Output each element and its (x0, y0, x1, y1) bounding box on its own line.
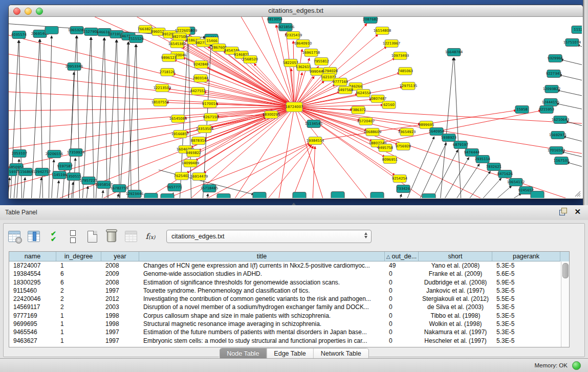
table-cell[interactable]: 0 (385, 337, 419, 345)
graph-node[interactable]: 17359924 (67, 149, 85, 157)
table-row[interactable]: 1872400712008Changes of HCN gene express… (9, 261, 569, 270)
graph-node[interactable]: 9254254 (392, 175, 407, 183)
graph-node[interactable]: 15718485 (201, 185, 219, 192)
table-cell[interactable]: 0 (385, 270, 419, 278)
graph-node[interactable]: 19218506 (277, 24, 295, 31)
table-cell[interactable]: 1 (56, 312, 101, 320)
graph-node[interactable]: 10654112 (507, 179, 525, 186)
table-cell[interactable]: 5.3E-5 (492, 320, 560, 328)
graph-node[interactable] (161, 194, 174, 199)
table-cell[interactable]: 1 (56, 320, 101, 328)
docked-panel-edge[interactable] (583, 0, 588, 205)
graph-node[interactable]: 12213503 (154, 84, 171, 92)
graph-node[interactable]: 12444155 (542, 99, 560, 106)
graph-node[interactable]: 2935114 (475, 156, 490, 163)
memory-status-icon[interactable] (572, 361, 581, 370)
table-cell[interactable]: 18724007 (9, 261, 56, 270)
delete-column-icon[interactable] (105, 230, 118, 243)
table-cell[interactable]: 1998 (101, 320, 139, 328)
new-column-icon[interactable] (85, 230, 99, 243)
table-cell[interactable]: Stergiakouli et al. (2012) (419, 295, 492, 303)
graph-node[interactable] (293, 192, 306, 199)
graph-node[interactable]: 9657771 (167, 184, 182, 191)
graph-node[interactable]: 733426 (397, 185, 410, 193)
table-cell[interactable]: Wolkin et al. (1998) (419, 320, 492, 328)
graph-node[interactable]: 3915931 (9, 168, 18, 176)
graph-node[interactable]: 12325419 (285, 32, 302, 39)
graph-node[interactable] (531, 191, 544, 199)
graph-node[interactable]: 62160 (382, 101, 396, 109)
table-cell[interactable]: 0 (385, 278, 419, 287)
graph-node[interactable]: 15134545 (305, 120, 323, 128)
graph-node[interactable]: 18640910 (294, 40, 312, 48)
table-cell[interactable]: 0 (385, 303, 419, 311)
table-cell[interactable]: 1 (56, 328, 101, 336)
tab-edge-table[interactable]: Edge Table (267, 348, 313, 359)
table-cell[interactable]: 49 (385, 261, 419, 270)
graph-node[interactable] (144, 193, 158, 199)
table-cell[interactable]: Estimation of significance thresholds fo… (139, 278, 385, 287)
graph-node[interactable]: 8096951 (382, 156, 398, 164)
table-row[interactable]: 1938455462009Genome-wide association stu… (9, 270, 569, 278)
tab-node-table[interactable]: Node Table (220, 348, 267, 359)
graph-node[interactable]: 2568520 (243, 56, 258, 63)
vertical-scrollbar[interactable] (561, 261, 569, 347)
resize-grip-icon[interactable] (575, 191, 580, 196)
graph-node[interactable]: 10973493 (391, 52, 409, 60)
table-row[interactable]: 969969511998Structural magnetic resonanc… (9, 320, 569, 328)
graph-node[interactable]: 15692971 (549, 132, 567, 139)
table-row[interactable]: 977716911998Corpus callosum shape and si… (9, 312, 569, 320)
graph-node[interactable]: 9197587 (57, 163, 73, 170)
table-cell[interactable]: 5.3E-5 (492, 337, 560, 345)
graph-node[interactable]: 15720407 (357, 118, 375, 125)
graph-node[interactable]: 20953346 (66, 63, 83, 71)
graph-node[interactable]: 8878314 (191, 137, 206, 145)
graph-node[interactable]: 16545083 (169, 115, 187, 123)
graph-node[interactable]: 12093822 (543, 85, 561, 93)
table-cell[interactable]: 6 (56, 278, 101, 287)
table-cell[interactable]: 1998 (101, 312, 139, 320)
graph-node[interactable]: 16545382 (168, 40, 186, 48)
table-cell[interactable]: Hescheler et al. (1997) (419, 337, 492, 345)
table-cell[interactable]: 9115460 (9, 287, 56, 295)
graph-node[interactable]: 18300295 (263, 111, 280, 119)
table-cell[interactable]: 18300295 (9, 278, 56, 287)
table-cell[interactable]: 6 (56, 270, 101, 278)
table-cell[interactable]: Genome-wide association studies in ADHD. (139, 270, 385, 278)
table-row[interactable]: 2242004622012Investigating the contribut… (9, 295, 569, 303)
graph-node[interactable]: 7515526 (128, 35, 144, 43)
table-cell[interactable]: 2 (56, 303, 101, 311)
table-row[interactable]: 1830029562008Estimation of significance … (9, 278, 569, 287)
table-cell[interactable]: 5.3E-5 (492, 312, 560, 320)
graph-node[interactable]: 8471626 (497, 170, 513, 178)
graph-node[interactable]: 9329966 (548, 55, 563, 62)
table-cell[interactable]: 1997 (101, 337, 139, 345)
table-cell[interactable]: 0 (385, 320, 419, 328)
graph-node[interactable] (253, 192, 266, 199)
table-cell[interactable]: 2003 (101, 303, 139, 311)
table-cell[interactable]: 9465546 (9, 328, 56, 336)
graph-node[interactable]: 9827508 (172, 33, 187, 41)
window-title-bar[interactable]: citations_edges.txt (9, 5, 583, 17)
table-cell[interactable]: 5.5E-5 (492, 295, 560, 303)
table-cell[interactable]: Investigating the contribution of common… (139, 295, 385, 303)
table-cell[interactable]: 9777169 (9, 312, 56, 320)
column-header-title[interactable]: title (139, 252, 385, 261)
graph-node[interactable]: 18107554 (151, 99, 169, 106)
graph-node[interactable] (45, 27, 58, 34)
graph-node[interactable]: 1362615 (296, 63, 311, 71)
graph-node[interactable] (217, 194, 230, 199)
table-cell[interactable]: 5.3E-5 (492, 303, 560, 311)
table-cell[interactable]: 22420046 (9, 295, 56, 303)
table-cell[interactable]: 5.3E-5 (492, 287, 560, 295)
table-cell[interactable]: 19384554 (9, 270, 56, 278)
column-header-short[interactable]: short (419, 252, 492, 261)
graph-node[interactable]: 15958 (515, 106, 529, 114)
graph-node[interactable]: 8267150 (203, 114, 219, 121)
float-panel-icon[interactable] (559, 208, 567, 215)
graph-node[interactable]: 6879197 (453, 141, 468, 149)
table-cell[interactable]: 0 (385, 287, 419, 295)
column-settings-icon[interactable] (8, 230, 21, 243)
scrollbar-thumb[interactable] (562, 263, 569, 278)
table-cell[interactable]: 1 (56, 337, 101, 345)
